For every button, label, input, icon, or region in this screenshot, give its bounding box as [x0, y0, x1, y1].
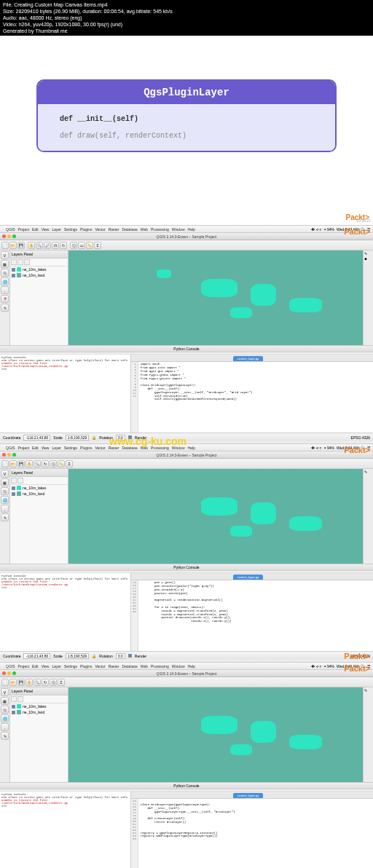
close-button[interactable]	[2, 671, 6, 675]
close-button[interactable]	[2, 453, 6, 457]
maximize-button[interactable]	[12, 234, 16, 238]
menu-settings[interactable]: Settings	[64, 664, 77, 668]
menu-settings[interactable]: Settings	[64, 227, 77, 232]
add-csv-icon[interactable]: ,	[1, 286, 9, 294]
render-checkbox[interactable]	[128, 654, 132, 658]
minimize-button[interactable]	[7, 671, 11, 675]
menu-raster[interactable]: Raster	[109, 227, 119, 232]
console-output[interactable]: Python Console Use iface to access QGIS …	[0, 355, 131, 433]
menu-layer[interactable]: Layer	[52, 446, 61, 450]
add-vector-icon[interactable]: V	[1, 470, 9, 478]
menu-vector[interactable]: Vector	[95, 664, 105, 668]
editor-tab[interactable]: custom_layer.py	[233, 793, 263, 798]
console-prompt[interactable]: >>>	[1, 805, 129, 808]
mac-menubar[interactable]: QGIS Project Edit View Layer Settings Pl…	[0, 226, 373, 233]
zoom-out-icon[interactable]: 🔎	[44, 242, 51, 249]
add-raster-icon[interactable]: ▦	[1, 260, 9, 268]
new-icon[interactable]: 📄	[1, 679, 9, 686]
menu-edit[interactable]: Edit	[32, 227, 39, 232]
menu-web[interactable]: Web	[141, 227, 148, 232]
console-output[interactable]: Python Console Use iface to access QGIS …	[0, 792, 131, 868]
scale-value[interactable]: 1:8,190,529	[66, 653, 89, 659]
menu-help[interactable]: Help	[188, 227, 195, 232]
minimize-button[interactable]	[7, 453, 11, 457]
layer-filter-icon[interactable]	[17, 259, 23, 265]
zoom-in-icon[interactable]: 🔍	[34, 460, 41, 467]
layer-add-icon[interactable]	[11, 259, 17, 265]
layer-checkbox[interactable]	[12, 492, 15, 496]
layer-item[interactable]: ne_10m_land	[10, 272, 68, 278]
pan-icon[interactable]: ✋	[28, 242, 35, 249]
layer-checkbox[interactable]	[12, 268, 15, 272]
add-wms-icon[interactable]: 🌐	[1, 496, 9, 504]
mac-menubar[interactable]: QGIS Project Edit View Layer Settings Pl…	[0, 663, 373, 670]
add-gpx-icon[interactable]: 📍	[1, 295, 9, 303]
scale-value[interactable]: 1:8,190,529	[66, 435, 89, 441]
menu-processing[interactable]: Processing	[151, 227, 169, 232]
layer-item[interactable]: ne_10m_lakes	[10, 703, 68, 709]
console-prompt[interactable]: >>>	[1, 586, 129, 589]
refresh-icon[interactable]: ↻	[42, 460, 49, 467]
select-icon[interactable]: ▭	[78, 242, 85, 249]
menu-layer[interactable]: Layer	[52, 664, 61, 668]
edit-icon[interactable]: ✎	[364, 688, 372, 693]
code-content[interactable]: pen = QPen() pen.setColor(QColor("light …	[138, 580, 234, 651]
new-layer-icon[interactable]: ✎	[1, 304, 9, 312]
open-icon[interactable]: 📂	[9, 679, 17, 686]
menu-plugins[interactable]: Plugins	[80, 446, 92, 450]
editor-tab[interactable]: custom_layer.py	[233, 575, 263, 580]
refresh-icon[interactable]: ↻	[60, 242, 67, 249]
menu-vector[interactable]: Vector	[95, 446, 105, 450]
menu-plugins[interactable]: Plugins	[80, 227, 92, 232]
layer-filter-icon[interactable]	[17, 478, 23, 484]
add-postgis-icon[interactable]: 🐘	[1, 269, 9, 277]
code-editor[interactable]: 123456789101112 import math from qgis.co…	[131, 362, 373, 433]
menu-database[interactable]: Database	[122, 664, 137, 668]
layer-checkbox[interactable]	[12, 711, 15, 714]
layer-filter-icon[interactable]	[17, 696, 23, 702]
layer-expand-icon[interactable]	[24, 259, 30, 265]
edit-icon[interactable]: ✎	[364, 251, 372, 256]
maximize-button[interactable]	[12, 453, 16, 457]
menu-plugins[interactable]: Plugins	[80, 664, 92, 668]
zoom-full-icon[interactable]: ⊡	[52, 242, 59, 249]
menu-project[interactable]: Project	[18, 664, 30, 668]
close-button[interactable]	[2, 234, 6, 238]
menu-edit[interactable]: Edit	[32, 446, 39, 450]
console-prompt[interactable]: >>>	[1, 368, 129, 371]
layer-add-icon[interactable]	[11, 696, 17, 702]
menu-window[interactable]: Window	[172, 227, 185, 232]
layer-checkbox[interactable]	[12, 486, 15, 490]
menu-qgis[interactable]: QGIS	[6, 446, 15, 450]
new-icon[interactable]: 📄	[1, 460, 9, 467]
node-icon[interactable]: ◆	[364, 256, 372, 261]
menu-database[interactable]: Database	[122, 227, 137, 232]
add-csv-icon[interactable]: ,	[1, 505, 9, 513]
menu-help[interactable]: Help	[188, 446, 195, 450]
epsg-label[interactable]: EPSG:4326	[351, 435, 370, 440]
add-raster-icon[interactable]: ▦	[1, 697, 9, 705]
menu-vector[interactable]: Vector	[95, 227, 105, 232]
menu-view[interactable]: View	[42, 227, 50, 232]
identify-icon[interactable]: ⓘ	[50, 679, 57, 686]
refresh-icon[interactable]: ↻	[42, 679, 49, 686]
coord-value[interactable]: -116.21,43.80	[23, 653, 50, 659]
open-icon[interactable]: 📂	[9, 460, 17, 467]
sum-icon[interactable]: Σ	[94, 242, 101, 249]
sum-icon[interactable]: Σ	[58, 679, 65, 686]
code-editor[interactable]: 2526272829303132333435 pen = QPen() pen.…	[131, 580, 373, 651]
layer-item[interactable]: ne_10m_lakes	[10, 485, 68, 491]
menu-view[interactable]: View	[42, 664, 50, 668]
pan-icon[interactable]: ✋	[25, 460, 33, 467]
editor-tab[interactable]: custom_layer.py	[233, 356, 263, 361]
map-canvas[interactable]	[68, 469, 363, 564]
measure-icon[interactable]: 📏	[58, 460, 65, 467]
add-csv-icon[interactable]: ,	[1, 723, 9, 731]
menu-layer[interactable]: Layer	[52, 227, 61, 232]
zoom-in-icon[interactable]: 🔍	[34, 679, 41, 686]
add-vector-icon[interactable]: V	[1, 251, 9, 259]
map-canvas[interactable]	[68, 687, 363, 782]
menu-raster[interactable]: Raster	[109, 664, 119, 668]
add-postgis-icon[interactable]: 🐘	[1, 706, 9, 714]
save-icon[interactable]: 💾	[17, 679, 25, 686]
